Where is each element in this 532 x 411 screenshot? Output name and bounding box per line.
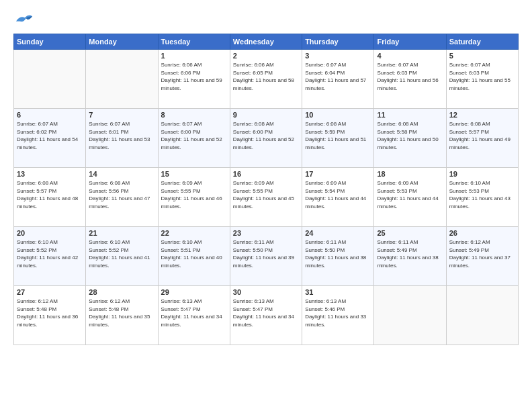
col-header-friday: Friday xyxy=(374,34,446,50)
week-row-2: 6Sunrise: 6:07 AM Sunset: 6:02 PM Daylig… xyxy=(14,109,519,168)
calendar-cell: 31Sunrise: 6:13 AM Sunset: 5:46 PM Dayli… xyxy=(302,286,374,345)
day-info: Sunrise: 6:12 AM Sunset: 5:48 PM Dayligh… xyxy=(17,298,83,328)
calendar-cell: 20Sunrise: 6:10 AM Sunset: 5:52 PM Dayli… xyxy=(14,227,86,286)
day-info: Sunrise: 6:07 AM Sunset: 6:00 PM Dayligh… xyxy=(161,120,227,151)
week-row-3: 13Sunrise: 6:08 AM Sunset: 5:57 PM Dayli… xyxy=(14,168,519,227)
calendar-cell: 23Sunrise: 6:11 AM Sunset: 5:50 PM Dayli… xyxy=(230,227,302,286)
day-info: Sunrise: 6:08 AM Sunset: 5:57 PM Dayligh… xyxy=(17,179,83,210)
day-number: 27 xyxy=(17,288,83,296)
day-info: Sunrise: 6:10 AM Sunset: 5:52 PM Dayligh… xyxy=(89,238,154,269)
day-info: Sunrise: 6:08 AM Sunset: 5:56 PM Dayligh… xyxy=(89,179,154,210)
day-number: 19 xyxy=(449,170,515,178)
day-info: Sunrise: 6:08 AM Sunset: 5:59 PM Dayligh… xyxy=(305,120,371,151)
day-info: Sunrise: 6:12 AM Sunset: 5:49 PM Dayligh… xyxy=(449,238,515,269)
calendar-table: SundayMondayTuesdayWednesdayThursdayFrid… xyxy=(13,34,519,345)
calendar-cell: 22Sunrise: 6:10 AM Sunset: 5:51 PM Dayli… xyxy=(158,227,230,286)
day-info: Sunrise: 6:11 AM Sunset: 5:50 PM Dayligh… xyxy=(305,238,371,269)
calendar-cell: 17Sunrise: 6:09 AM Sunset: 5:54 PM Dayli… xyxy=(302,168,374,227)
calendar-cell: 7Sunrise: 6:07 AM Sunset: 6:01 PM Daylig… xyxy=(86,109,158,168)
day-info: Sunrise: 6:07 AM Sunset: 6:01 PM Dayligh… xyxy=(89,120,154,151)
day-number: 20 xyxy=(17,229,83,237)
day-info: Sunrise: 6:10 AM Sunset: 5:52 PM Dayligh… xyxy=(17,238,83,269)
day-number: 2 xyxy=(233,52,299,60)
calendar-cell xyxy=(14,50,86,109)
calendar-cell xyxy=(86,50,158,109)
week-row-5: 27Sunrise: 6:12 AM Sunset: 5:48 PM Dayli… xyxy=(14,286,519,345)
week-row-1: 1Sunrise: 6:06 AM Sunset: 6:06 PM Daylig… xyxy=(14,50,519,109)
day-number: 5 xyxy=(449,52,515,60)
day-number: 9 xyxy=(233,111,299,119)
day-number: 3 xyxy=(305,52,371,60)
day-number: 23 xyxy=(233,229,299,237)
logo-bird-icon xyxy=(15,12,34,27)
calendar-cell: 26Sunrise: 6:12 AM Sunset: 5:49 PM Dayli… xyxy=(446,227,518,286)
day-info: Sunrise: 6:07 AM Sunset: 6:02 PM Dayligh… xyxy=(17,120,83,151)
col-header-monday: Monday xyxy=(86,34,158,50)
day-info: Sunrise: 6:08 AM Sunset: 5:58 PM Dayligh… xyxy=(377,120,443,151)
day-info: Sunrise: 6:07 AM Sunset: 6:03 PM Dayligh… xyxy=(377,61,443,92)
day-number: 28 xyxy=(89,288,154,296)
calendar-cell: 10Sunrise: 6:08 AM Sunset: 5:59 PM Dayli… xyxy=(302,109,374,168)
day-info: Sunrise: 6:13 AM Sunset: 5:47 PM Dayligh… xyxy=(161,298,227,328)
calendar-cell: 19Sunrise: 6:10 AM Sunset: 5:53 PM Dayli… xyxy=(446,168,518,227)
day-info: Sunrise: 6:09 AM Sunset: 5:54 PM Dayligh… xyxy=(305,179,371,210)
day-info: Sunrise: 6:06 AM Sunset: 6:06 PM Dayligh… xyxy=(161,61,227,92)
day-info: Sunrise: 6:13 AM Sunset: 5:47 PM Dayligh… xyxy=(233,298,299,328)
calendar-cell: 9Sunrise: 6:08 AM Sunset: 6:00 PM Daylig… xyxy=(230,109,302,168)
calendar-cell: 3Sunrise: 6:07 AM Sunset: 6:04 PM Daylig… xyxy=(302,50,374,109)
day-info: Sunrise: 6:11 AM Sunset: 5:50 PM Dayligh… xyxy=(233,238,299,269)
calendar-cell: 1Sunrise: 6:06 AM Sunset: 6:06 PM Daylig… xyxy=(158,50,230,109)
day-info: Sunrise: 6:09 AM Sunset: 5:53 PM Dayligh… xyxy=(377,179,443,210)
day-info: Sunrise: 6:10 AM Sunset: 5:53 PM Dayligh… xyxy=(449,179,515,210)
calendar-cell: 12Sunrise: 6:08 AM Sunset: 5:57 PM Dayli… xyxy=(446,109,518,168)
day-number: 16 xyxy=(233,170,299,178)
week-row-4: 20Sunrise: 6:10 AM Sunset: 5:52 PM Dayli… xyxy=(14,227,519,286)
calendar-cell: 16Sunrise: 6:09 AM Sunset: 5:55 PM Dayli… xyxy=(230,168,302,227)
calendar-cell: 25Sunrise: 6:11 AM Sunset: 5:49 PM Dayli… xyxy=(374,227,446,286)
day-info: Sunrise: 6:07 AM Sunset: 6:04 PM Dayligh… xyxy=(305,61,371,92)
day-number: 25 xyxy=(377,229,443,237)
calendar-cell: 27Sunrise: 6:12 AM Sunset: 5:48 PM Dayli… xyxy=(14,286,86,345)
day-info: Sunrise: 6:09 AM Sunset: 5:55 PM Dayligh… xyxy=(161,179,227,210)
day-number: 18 xyxy=(377,170,443,178)
calendar-cell: 21Sunrise: 6:10 AM Sunset: 5:52 PM Dayli… xyxy=(86,227,158,286)
day-number: 17 xyxy=(305,170,371,178)
calendar-cell xyxy=(374,286,446,345)
day-info: Sunrise: 6:09 AM Sunset: 5:55 PM Dayligh… xyxy=(233,179,299,210)
calendar-cell: 24Sunrise: 6:11 AM Sunset: 5:50 PM Dayli… xyxy=(302,227,374,286)
calendar-cell: 2Sunrise: 6:06 AM Sunset: 6:05 PM Daylig… xyxy=(230,50,302,109)
day-info: Sunrise: 6:08 AM Sunset: 6:00 PM Dayligh… xyxy=(233,120,299,151)
day-number: 21 xyxy=(89,229,154,237)
col-header-sunday: Sunday xyxy=(14,34,86,50)
day-number: 12 xyxy=(449,111,515,119)
day-number: 10 xyxy=(305,111,371,119)
calendar-cell: 5Sunrise: 6:07 AM Sunset: 6:03 PM Daylig… xyxy=(446,50,518,109)
calendar-cell: 15Sunrise: 6:09 AM Sunset: 5:55 PM Dayli… xyxy=(158,168,230,227)
day-number: 22 xyxy=(161,229,227,237)
day-number: 14 xyxy=(89,170,154,178)
day-number: 29 xyxy=(161,288,227,296)
day-number: 11 xyxy=(377,111,443,119)
col-header-wednesday: Wednesday xyxy=(230,34,302,50)
calendar-cell: 28Sunrise: 6:12 AM Sunset: 5:48 PM Dayli… xyxy=(86,286,158,345)
calendar-cell: 6Sunrise: 6:07 AM Sunset: 6:02 PM Daylig… xyxy=(14,109,86,168)
day-info: Sunrise: 6:08 AM Sunset: 5:57 PM Dayligh… xyxy=(449,120,515,151)
day-info: Sunrise: 6:13 AM Sunset: 5:46 PM Dayligh… xyxy=(305,298,371,328)
calendar-cell: 4Sunrise: 6:07 AM Sunset: 6:03 PM Daylig… xyxy=(374,50,446,109)
day-info: Sunrise: 6:07 AM Sunset: 6:03 PM Dayligh… xyxy=(449,61,515,92)
page: SundayMondayTuesdayWednesdayThursdayFrid… xyxy=(0,0,532,411)
calendar-cell: 13Sunrise: 6:08 AM Sunset: 5:57 PM Dayli… xyxy=(14,168,86,227)
day-number: 13 xyxy=(17,170,83,178)
col-header-saturday: Saturday xyxy=(446,34,518,50)
day-info: Sunrise: 6:11 AM Sunset: 5:49 PM Dayligh… xyxy=(377,238,443,269)
day-number: 30 xyxy=(233,288,299,296)
logo xyxy=(13,12,34,27)
day-number: 7 xyxy=(89,111,154,119)
header xyxy=(13,12,519,27)
day-number: 15 xyxy=(161,170,227,178)
calendar-header-row: SundayMondayTuesdayWednesdayThursdayFrid… xyxy=(14,34,519,50)
calendar-cell: 8Sunrise: 6:07 AM Sunset: 6:00 PM Daylig… xyxy=(158,109,230,168)
day-number: 31 xyxy=(305,288,371,296)
calendar-cell xyxy=(446,286,518,345)
day-info: Sunrise: 6:10 AM Sunset: 5:51 PM Dayligh… xyxy=(161,238,227,269)
